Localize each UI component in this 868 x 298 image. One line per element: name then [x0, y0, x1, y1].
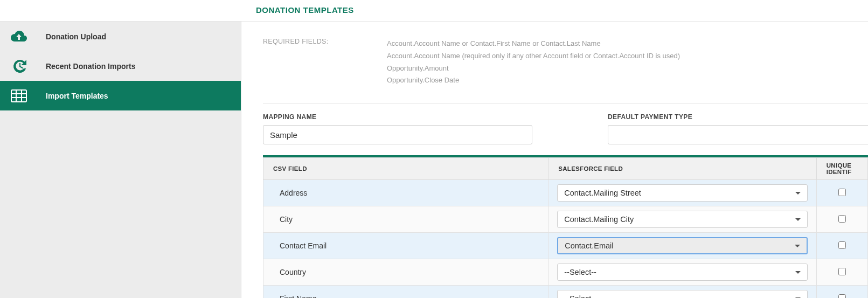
mapping-name-input[interactable] [263, 125, 532, 144]
uid-cell [816, 233, 867, 259]
required-field-item: Opportunity.Amount [387, 63, 680, 75]
required-field-item: Account.Account Name (required only if a… [387, 50, 680, 63]
table-row: First Name--Select-- [263, 286, 868, 299]
payment-type-input[interactable] [608, 125, 868, 144]
sidebar-item-label: Donation Upload [46, 32, 106, 41]
chevron-down-icon [795, 218, 801, 221]
history-icon [8, 56, 30, 77]
csv-field-cell: Country [263, 259, 548, 286]
sf-field-value: Contact.Mailing City [564, 215, 634, 224]
sf-field-cell: --Select-- [548, 286, 816, 299]
uid-checkbox[interactable] [838, 189, 846, 196]
divider [263, 103, 868, 103]
sf-field-value: Contact.Mailing Street [564, 189, 641, 197]
content-area: REQUIRED FIELDS: Account.Account Name or… [241, 22, 868, 298]
chevron-down-icon [795, 271, 801, 274]
uid-cell [816, 286, 867, 299]
sf-field-value: --Select-- [564, 294, 596, 298]
cloud-upload-icon [8, 26, 30, 47]
sf-field-select[interactable]: Contact.Mailing Street [557, 184, 807, 202]
payment-type-label: DEFAULT PAYMENT TYPE [608, 113, 868, 121]
sf-field-cell: Contact.Mailing Street [548, 180, 816, 206]
sidebar-item-label: Import Templates [46, 92, 108, 100]
required-field-item: Account.Account Name or Contact.First Na… [387, 38, 680, 50]
csv-field-cell: Address [263, 180, 548, 206]
table-row: Contact EmailContact.Email [263, 233, 868, 259]
payment-type-group: DEFAULT PAYMENT TYPE [608, 113, 868, 144]
uid-cell [816, 206, 867, 233]
csv-field-cell: First Name [263, 286, 548, 299]
top-bar: DONATION TEMPLATES [0, 0, 868, 22]
csv-field-cell: City [263, 206, 548, 233]
sf-field-select[interactable]: --Select-- [557, 264, 807, 281]
col-header-sf: SALESFORCE FIELD [548, 158, 816, 180]
col-header-uid: UNIQUE IDENTIF [816, 158, 867, 180]
sf-field-cell: Contact.Mailing City [548, 206, 816, 233]
sf-field-cell: Contact.Email [548, 233, 816, 259]
chevron-down-icon [795, 245, 800, 247]
sf-field-value: --Select-- [564, 268, 596, 276]
table-row: AddressContact.Mailing Street [263, 180, 868, 206]
required-fields-list: Account.Account Name or Contact.First Na… [387, 38, 680, 87]
mapping-name-group: MAPPING NAME [263, 113, 532, 144]
sf-field-value: Contact.Email [565, 241, 613, 250]
uid-checkbox[interactable] [838, 241, 846, 249]
sf-field-select[interactable]: Contact.Email [557, 237, 807, 254]
sidebar: Donation Upload Recent Donation Imports … [0, 22, 241, 298]
csv-field-cell: Contact Email [263, 233, 548, 259]
chevron-down-icon [795, 192, 801, 195]
form-row: MAPPING NAME DEFAULT PAYMENT TYPE [263, 113, 868, 144]
required-fields-label: REQUIRED FIELDS: [263, 38, 387, 87]
sidebar-item-recent-imports[interactable]: Recent Donation Imports [0, 51, 241, 81]
sf-field-cell: --Select-- [548, 259, 816, 286]
required-field-item: Opportunity.Close Date [387, 74, 680, 87]
page-title: DONATION TEMPLATES [256, 5, 354, 15]
col-header-csv: CSV FIELD [263, 158, 548, 180]
table-icon [8, 85, 30, 107]
mapping-name-label: MAPPING NAME [263, 113, 532, 121]
uid-checkbox[interactable] [838, 215, 846, 223]
sf-field-select[interactable]: Contact.Mailing City [557, 211, 807, 228]
uid-cell [816, 259, 867, 286]
sidebar-item-import-templates[interactable]: Import Templates [0, 81, 241, 110]
uid-checkbox[interactable] [838, 294, 846, 299]
table-row: CityContact.Mailing City [263, 206, 868, 233]
sidebar-item-donation-upload[interactable]: Donation Upload [0, 22, 241, 51]
required-fields-block: REQUIRED FIELDS: Account.Account Name or… [263, 38, 868, 87]
svg-rect-0 [11, 90, 26, 102]
uid-checkbox[interactable] [838, 268, 846, 275]
uid-cell [816, 180, 867, 206]
table-row: Country--Select-- [263, 259, 868, 286]
sidebar-item-label: Recent Donation Imports [46, 62, 135, 71]
sf-field-select[interactable]: --Select-- [557, 290, 807, 298]
mapping-table: CSV FIELD SALESFORCE FIELD UNIQUE IDENTI… [263, 155, 868, 298]
